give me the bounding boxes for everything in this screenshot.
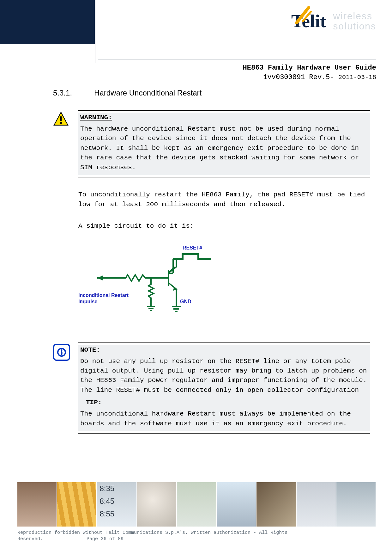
footer-tile <box>137 482 176 527</box>
section-heading: 5.3.1. Hardware Unconditional Restart <box>53 89 370 97</box>
header-dark-block <box>0 0 95 44</box>
svg-rect-23 <box>61 351 62 355</box>
header-vertical-separator <box>95 0 95 63</box>
footer-tile <box>17 482 57 527</box>
brand-tagline: wireless solutions <box>333 11 376 31</box>
document-title: HE863 Family Hardware User Guide <box>243 63 376 73</box>
warning-icon <box>53 123 69 128</box>
tip-heading: TIP: <box>86 399 368 406</box>
footer-tile: 8:35 8:45 8:55 <box>97 482 136 527</box>
warning-body: The hardware unconditional Restart must … <box>80 124 368 172</box>
brand-text: Telit <box>291 11 326 31</box>
header-horizontal-rule <box>98 59 376 60</box>
note-heading: NOTE: <box>80 346 368 354</box>
paragraph-circuit-intro: A simple circuit to do it is: <box>78 221 370 231</box>
brand-logo: Telit wireless solutions <box>291 11 376 31</box>
svg-point-22 <box>61 349 62 351</box>
footer-tile <box>256 482 296 527</box>
footer-reserved: Reserved. <box>17 536 43 542</box>
note-body: Do not use any pull up resistor on the R… <box>80 357 368 395</box>
circuit-label-gnd: GND <box>180 299 191 304</box>
circuit-label-input-1: Inconditional Restart <box>78 293 129 298</box>
svg-line-7 <box>168 267 176 273</box>
svg-point-2 <box>60 122 62 124</box>
document-date: 2011-03-18 <box>338 74 376 81</box>
footer-tile <box>336 482 376 527</box>
page-header: Telit wireless solutions <box>0 0 392 63</box>
footer-tile <box>217 482 256 527</box>
header-white-area: Telit wireless solutions <box>95 0 392 44</box>
svg-marker-17 <box>97 275 103 281</box>
tip-body: The unconditional hardware Restart must … <box>80 409 368 429</box>
footer-tile <box>177 482 216 527</box>
footer-tile <box>57 482 96 527</box>
brand-tag-1: wireless <box>333 11 376 21</box>
note-admonition: NOTE: Do not use any pull up resistor on… <box>53 342 370 434</box>
footer-tile <box>297 482 336 527</box>
brand-tag-2: solutions <box>333 21 376 31</box>
section-title: Hardware Unconditional Restart <box>94 89 202 97</box>
document-revision: 1vv0300891 Rev.5- <box>263 73 338 81</box>
brand-wordmark: Telit <box>291 12 326 30</box>
circuit-diagram: RESET# <box>78 243 370 324</box>
footer-page-number: Page 36 of 89 <box>87 536 124 542</box>
svg-rect-1 <box>60 116 62 121</box>
info-icon <box>53 344 70 361</box>
footer-legal: Reproduction forbidden without Telit Com… <box>17 530 376 543</box>
footer-line-1: Reproduction forbidden without Telit Com… <box>17 530 376 536</box>
footer-image-strip: 8:35 8:45 8:55 <box>17 482 376 527</box>
paragraph-reset-instruction: To unconditionally restart the HE863 Fam… <box>78 190 370 209</box>
document-meta: HE863 Family Hardware User Guide 1vv0300… <box>243 63 376 82</box>
section-number: 5.3.1. <box>53 89 72 97</box>
circuit-label-reset: RESET# <box>183 245 202 250</box>
warning-heading: WARNING: <box>80 114 368 121</box>
circuit-label-input-2: Impulse <box>78 299 98 304</box>
warning-admonition: WARNING: The hardware unconditional Rest… <box>53 110 370 177</box>
